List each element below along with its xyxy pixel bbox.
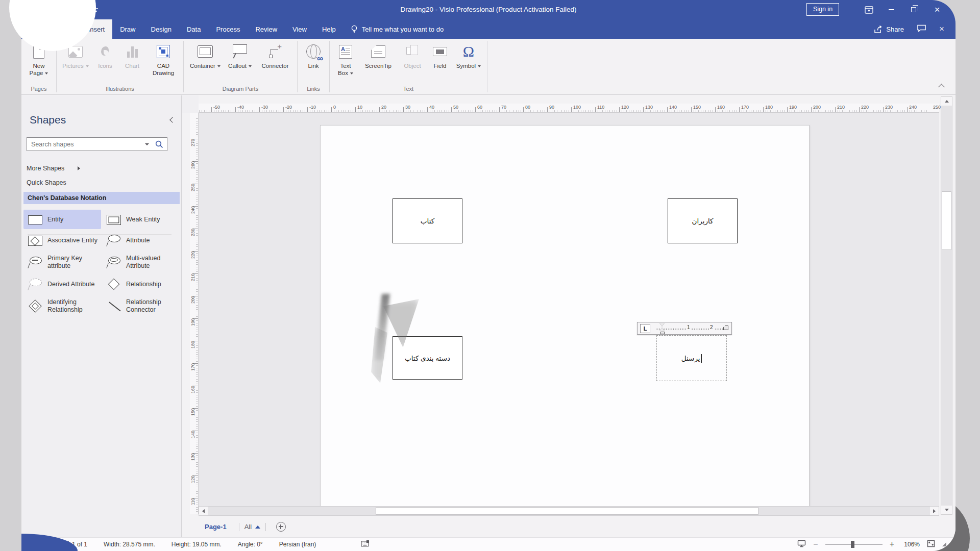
left-indent-marker[interactable] — [659, 328, 665, 331]
more-shapes-button[interactable]: More Shapes — [27, 165, 80, 172]
screentip-button[interactable]: ScreenTip — [359, 40, 397, 86]
search-icon[interactable] — [152, 138, 167, 151]
entity-book-category[interactable]: دسته بندی كتاب — [393, 336, 462, 380]
search-shapes-box — [27, 137, 167, 151]
macro-recorder-icon[interactable] — [353, 540, 377, 549]
collapse-panel-icon[interactable] — [168, 117, 175, 124]
status-width[interactable]: Width: 28.575 mm. — [95, 541, 163, 548]
entity-users[interactable]: كاربران — [668, 198, 738, 243]
sign-in-button[interactable]: Sign in — [806, 3, 839, 16]
minimize-button[interactable] — [880, 0, 902, 19]
left-indent-box-marker[interactable] — [660, 332, 665, 334]
tab-design[interactable]: Design — [143, 19, 179, 39]
zoom-in-icon[interactable]: + — [890, 541, 894, 547]
presentation-mode-icon[interactable] — [797, 540, 806, 549]
ruler-label: 30 — [405, 105, 410, 110]
right-indent-marker[interactable] — [723, 325, 728, 330]
zoom-level[interactable]: 106% — [901, 541, 920, 548]
ruler-label: 130 — [190, 453, 195, 461]
tab-review[interactable]: Review — [248, 19, 285, 39]
tell-me-box[interactable]: Tell me what you want to do — [344, 19, 451, 39]
search-dropdown-icon[interactable] — [142, 143, 152, 145]
ribbon-group-illustrations: PicturesIconsChartCAD DrawingIllustratio… — [57, 39, 183, 94]
stencil-item-entity[interactable]: Entity — [23, 210, 101, 229]
drawing-canvas[interactable]: كتابكاربراندسته بندی كتابپرسنل L 12 — [199, 113, 939, 506]
entity-book[interactable]: كتاب — [393, 198, 462, 243]
stencil-item-idrel[interactable]: Identifying Relationship — [23, 295, 101, 317]
ruler-label: 120 — [621, 105, 629, 110]
vertical-scrollbar-thumb[interactable] — [942, 191, 951, 250]
horizontal-scrollbar-thumb[interactable] — [376, 507, 758, 515]
text-ruler-ticks — [656, 328, 726, 330]
tell-me-label: Tell me what you want to do — [362, 26, 444, 33]
page-tab[interactable]: Page-1 — [198, 523, 234, 531]
fit-page-to-window-icon[interactable] — [927, 540, 935, 549]
ribbon-group-diagram-parts: ContainerCalloutConnectorDiagram Parts — [184, 39, 297, 94]
ruler-label: -40 — [237, 105, 244, 110]
zoom-out-icon[interactable]: − — [813, 541, 818, 547]
comment-icon[interactable] — [917, 24, 926, 34]
container-button[interactable]: Container — [187, 40, 224, 86]
group-label-text: Text — [330, 86, 487, 94]
stencil-item-attr[interactable]: Attribute — [102, 231, 180, 250]
tab-stop-selector[interactable]: L — [640, 324, 650, 333]
tab-data[interactable]: Data — [179, 19, 208, 39]
text-box-button[interactable]: Text Box — [333, 40, 358, 86]
zoom-slider-handle[interactable] — [851, 541, 854, 548]
drawing-page[interactable] — [320, 125, 810, 506]
quick-shapes-button[interactable]: Quick Shapes — [27, 179, 66, 186]
close-document-icon[interactable]: × — [939, 24, 944, 34]
dropdown-arrow-icon — [217, 65, 220, 67]
textbox-personnel[interactable]: پرسنل — [656, 335, 727, 381]
link-button[interactable]: Link — [301, 40, 326, 86]
cad-drawing-button[interactable]: CAD Drawing — [146, 40, 180, 86]
group-separator — [487, 41, 487, 92]
scroll-right-icon[interactable] — [930, 507, 939, 515]
multi-shape-icon — [106, 256, 121, 269]
close-button[interactable]: × — [926, 0, 948, 19]
zoom-slider[interactable] — [825, 541, 883, 548]
collapse-ribbon-icon[interactable] — [937, 83, 946, 90]
resize-grip-icon[interactable] — [942, 542, 946, 546]
text-insertion-cursor — [701, 354, 702, 363]
status-angle[interactable]: Angle: 0° — [230, 541, 271, 548]
stencil-item-derived[interactable]: Derived Attribute — [23, 274, 101, 294]
field-button[interactable]: Field — [428, 40, 452, 86]
stencil-item-label: Entity — [47, 216, 63, 223]
stencil-item-rel[interactable]: Relationship — [102, 274, 180, 294]
button-label: Link — [303, 62, 324, 69]
stencil-item-pk[interactable]: Primary Key attribute — [23, 252, 101, 273]
ribbon-display-options-icon[interactable] — [857, 0, 880, 19]
share-button[interactable]: Share — [874, 26, 904, 33]
tab-draw[interactable]: Draw — [112, 19, 143, 39]
ruler-label: 180 — [765, 105, 773, 110]
status-height[interactable]: Height: 19.05 mm. — [163, 541, 230, 548]
ruler-label: 10 — [357, 105, 362, 110]
tab-help[interactable]: Help — [314, 19, 344, 39]
stencil-item-weak-entity[interactable]: Weak Entity — [102, 210, 180, 229]
symbol-button[interactable]: ΩSymbol — [453, 40, 484, 86]
connector-button[interactable]: Connector — [256, 40, 294, 86]
scroll-left-icon[interactable] — [199, 507, 208, 515]
horizontal-scrollbar[interactable] — [199, 506, 939, 516]
tab-process[interactable]: Process — [208, 19, 248, 39]
cad-icon — [157, 45, 170, 58]
restore-button[interactable] — [902, 0, 925, 19]
first-line-indent-marker[interactable] — [659, 323, 665, 327]
horizontal-ruler: -50-40-30-20-100102030405060708090100110… — [199, 104, 939, 113]
stencil-item-relconn[interactable]: Relationship Connector — [102, 295, 180, 317]
ruler-label: 120 — [190, 475, 195, 483]
search-input[interactable] — [27, 141, 142, 148]
insert-page-icon[interactable] — [276, 522, 286, 532]
callout-button[interactable]: Callout — [225, 40, 255, 86]
stencil-header[interactable]: Chen's Database Notation — [23, 192, 180, 204]
scroll-up-icon[interactable] — [941, 97, 952, 106]
status-language[interactable]: Persian (Iran) — [271, 541, 325, 548]
tab-view[interactable]: View — [285, 19, 314, 39]
all-pages-button[interactable]: All — [244, 523, 260, 531]
stencil-item-assoc[interactable]: Associative Entity — [23, 231, 101, 250]
stencil-item-multi[interactable]: Multi-valued Attribute — [102, 252, 180, 273]
vertical-scrollbar[interactable] — [941, 96, 952, 515]
icons-button: Icons — [92, 40, 118, 86]
scroll-down-icon[interactable] — [941, 506, 952, 514]
